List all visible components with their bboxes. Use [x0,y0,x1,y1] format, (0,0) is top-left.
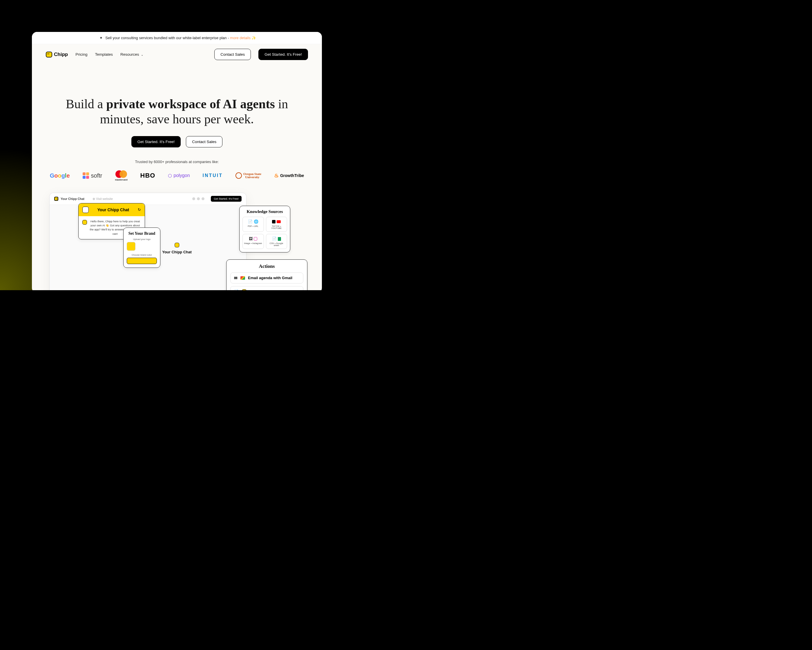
actions-mockup: Actions ✉ Email agenda with Gmail 📄 Save… [226,259,307,290]
softr-text: softr [91,172,102,179]
color-swatch [127,258,157,264]
ks-cap-0: PDF • URL [244,225,263,227]
knowledge-sources-mockup: Knowledge Sources 📄 🌐 PDF • URL TIKTOK •… [239,206,290,252]
mockup-area: Your Chipp Chat ⊕ Visit website Get Star… [49,193,304,290]
nav-templates[interactable]: Templates [95,52,113,57]
chat-header: Your Chipp Chat ↻ [79,203,145,216]
ks-tile-tiktok-youtube: TIKTOK • YOUTUBE [266,217,287,232]
image-instagram-icons: 🖼 [244,237,263,241]
gt-text: GrowthTribe [280,173,304,178]
chipp-icon [46,52,52,57]
company-logos: Google softr mastercard HBO ⬡ polygon IN… [49,170,304,181]
ks-tile-pdf-url: 📄 🌐 PDF • URL [243,217,264,232]
app-center-label: Your Chipp Chat [162,249,192,254]
ks-cap-1: TIKTOK • YOUTUBE [267,225,286,229]
nav-pricing[interactable]: Pricing [75,52,87,57]
flame-icon: ♨ [274,172,279,179]
hero-pre: Build a [66,97,106,111]
osu-seal-icon [235,172,242,179]
file-icon: 📄 [234,289,239,290]
mastercard-logo: mastercard [115,170,127,181]
ks-tile-image-instagram: 🖼 Image • Instagram [243,234,264,249]
ks-cap-2: Image • Instagram [244,242,263,244]
brand-card-title: Set Your Brand [127,231,157,236]
action-label-1: Save as PDF [249,289,272,290]
chevron-down-icon: ⌄ [141,53,143,56]
hero-contact-sales-button[interactable]: Contact Sales [186,136,223,147]
trusted-by-text: Trusted by 6000+ professionals at compan… [49,160,304,164]
polygon-icon: ⬡ [168,173,172,179]
polygon-text: polygon [173,173,190,178]
hero: Build a private workspace of AI agents i… [32,65,322,290]
mini-get-started-button: Get Started. It's Free! [211,196,241,202]
tiktok-youtube-icons [267,219,286,224]
osu-line2: University [245,175,259,179]
sparkle-icon: ✦ [99,36,103,40]
nav-resources[interactable]: Resources ⌄ [121,52,143,57]
mastercard-text: mastercard [115,179,127,181]
chat-title: Your Chipp Chat [92,208,135,212]
visit-website-link: ⊕ Visit website [93,197,113,200]
brand-card-mockup: Set Your Brand Upload your logo Choose b… [123,228,160,268]
refresh-icon: ↻ [138,208,141,212]
announcement-bar: ✦ Sell your consulting services bundled … [32,32,322,44]
osu-logo: Oregon StateUniversity [235,172,261,179]
chipp-icon-small [54,197,58,201]
app-title: Your Chipp Chat [61,197,84,200]
softr-logo: softr [82,172,102,179]
color-label: Choose brand color [127,254,157,256]
growthtribe-logo: ♨ GrowthTribe [274,172,304,179]
actions-title: Actions [230,263,303,269]
app-header: Your Chipp Chat ⊕ Visit website Get Star… [50,193,246,205]
pdf-url-icons: 📄 🌐 [244,219,263,224]
announcement-text: Sell your consulting services bundled wi… [105,36,230,40]
hero-get-started-button[interactable]: Get Started. It's Free! [131,136,181,147]
chipp-icon-center [175,243,179,247]
google-logo: Google [50,172,70,179]
polygon-logo: ⬡ polygon [168,173,190,179]
action-save-pdf: 📄 Save as PDF [230,286,303,290]
ks-tile-csv-sheet: 📄 CSV • Google sheet [266,234,287,249]
window-dots [192,197,205,200]
intuit-logo: INTUIT [203,173,223,178]
get-started-button[interactable]: Get Started. It's Free! [258,49,308,60]
app-center: Your Chipp Chat [162,243,192,254]
hero-headline: Build a private workspace of AI agents i… [49,96,304,127]
ks-cap-3: CSV • Google sheet [267,242,286,246]
brand-name: Chipp [54,52,68,57]
uploaded-logo-preview [127,242,136,251]
upload-label: Upload your logo [127,238,157,240]
mail-icon: ✉ [234,276,238,280]
action-label-0: Email agenda with Gmail [248,276,292,280]
csv-sheet-icons: 📄 [267,237,286,241]
hero-bold: private workspace of AI agents [106,97,275,111]
contact-sales-button[interactable]: Contact Sales [214,49,251,60]
hbo-logo: HBO [140,172,156,179]
action-email-gmail: ✉ Email agenda with Gmail [230,272,303,283]
brand-logo[interactable]: Chipp [46,52,68,57]
nav-resources-label: Resources [121,52,139,57]
chipp-action-icon [242,289,246,290]
gmail-icon [240,276,245,280]
announcement-link[interactable]: more details ✨ [230,36,256,40]
chat-avatar-icon [82,206,89,213]
ks-title: Knowledge Sources [243,209,287,214]
bot-avatar-icon [82,220,87,225]
navbar: Chipp Pricing Templates Resources ⌄ Cont… [32,44,322,65]
